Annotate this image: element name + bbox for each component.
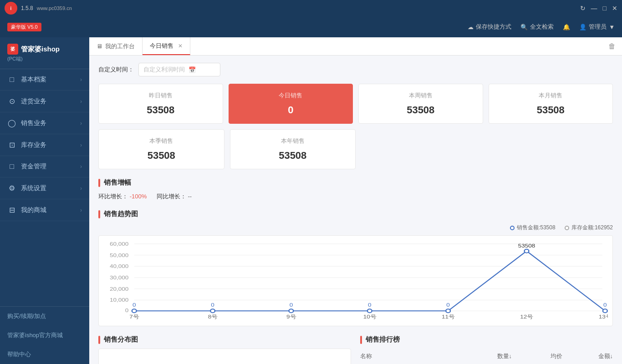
svg-text:30,000: 30,000 (110, 275, 129, 280)
tab-today-sales[interactable]: 今日销售 ✕ (143, 37, 190, 55)
growth-text: 环比增长： -100% 同比增长： -- (98, 192, 613, 201)
bottom-grid: 销售分布图 销售排行榜 名称 数量↓ 均价 金额↓ (98, 335, 613, 364)
tab-workspace[interactable]: 🖥 我的工作台 (89, 37, 143, 55)
cloud-icon: ☁ (468, 24, 474, 30)
calendar-icon: 📅 (189, 66, 196, 73)
stat-card-today[interactable]: 今日销售 0 (229, 84, 353, 124)
version-badge: 豪华版 V5.0 (7, 23, 41, 31)
user-icon: 👤 (579, 24, 586, 30)
close-button[interactable]: ✕ (612, 5, 617, 12)
main-layout: 婆 管家婆ishop (PC端) □ 基本档案 › ⊙ 进货业务 › ◯ 销售业… (0, 37, 622, 364)
stats-row2: 本季销售 53508 本年销售 53508 (98, 129, 613, 169)
legend-dot-blue (510, 226, 515, 230)
header-price: 均价 (512, 352, 562, 360)
content-area: 🖥 我的工作台 今日销售 ✕ 🗑 自定义时间： 自定义利润时间 📅 (89, 37, 622, 364)
svg-text:40,000: 40,000 (110, 264, 129, 269)
mom-value: -100% (130, 193, 147, 200)
sidebar-item-sales[interactable]: ◯ 销售业务 › (0, 112, 89, 134)
svg-text:0: 0 (211, 303, 214, 308)
import-icon: ⊙ (7, 97, 16, 106)
sidebar-item-inventory[interactable]: ⊡ 库存业务 › (0, 134, 89, 156)
chevron-right-icon: › (80, 76, 82, 83)
dist-chart-placeholder (98, 349, 351, 364)
sales-icon: ◯ (7, 119, 16, 127)
dist-title: 销售分布图 (98, 335, 351, 344)
header-name: 名称 (360, 352, 461, 360)
app-version: 1.5.8 (21, 5, 33, 11)
svg-point-17 (367, 309, 372, 313)
search-icon: 🔍 (520, 24, 528, 30)
monitor-icon: 🖥 (97, 43, 102, 50)
svg-text:10,000: 10,000 (110, 298, 129, 303)
svg-text:8号: 8号 (208, 314, 218, 319)
chart-section: 销售趋势图 销售金额:53508 库存金额:162952 60,00 (98, 210, 613, 326)
bell-icon: 🔔 (563, 24, 570, 30)
chevron-right-icon: › (80, 142, 82, 148)
custom-time-input[interactable]: 自定义利润时间 📅 (138, 63, 220, 76)
sidebar-item-finance[interactable]: □ 资金管理 › (0, 156, 89, 177)
minimize-button[interactable]: — (591, 5, 597, 12)
finance-icon: □ (7, 162, 16, 171)
yoy-value: -- (188, 193, 192, 200)
header-qty: 数量↓ (461, 352, 512, 360)
svg-text:9号: 9号 (286, 314, 296, 319)
basic-icon: □ (7, 76, 16, 84)
sidebar-help-button[interactable]: 帮助中心 (0, 345, 89, 364)
fulltext-search-button[interactable]: 🔍 全文检索 (520, 23, 554, 31)
svg-text:53508: 53508 (518, 243, 535, 248)
legend-dot-gray (565, 226, 569, 230)
svg-point-20 (603, 309, 607, 313)
notification-button[interactable]: 🔔 (563, 24, 570, 30)
section-bar-icon (98, 179, 100, 187)
app-logo: i (5, 2, 17, 15)
delete-tab-button[interactable]: 🗑 (602, 42, 622, 51)
sidebar-item-shop[interactable]: ⊟ 我的商城 › (0, 199, 89, 221)
sidebar-brand: 婆 管家婆ishop (PC端) (0, 37, 89, 69)
svg-text:60,000: 60,000 (110, 241, 129, 247)
user-menu[interactable]: 👤 管理员 ▼ (579, 23, 615, 31)
svg-point-14 (132, 309, 137, 313)
svg-text:0: 0 (125, 308, 129, 313)
svg-text:0: 0 (290, 303, 293, 308)
sidebar-item-import[interactable]: ⊙ 进货业务 › (0, 91, 89, 112)
svg-text:50,000: 50,000 (110, 253, 129, 258)
svg-text:0: 0 (133, 303, 136, 308)
inventory-icon: ⊡ (7, 141, 16, 149)
growth-title: 销售增幅 (98, 178, 613, 187)
chevron-down-icon: ▼ (609, 24, 615, 30)
legend-sales: 销售金额:53508 (510, 224, 556, 232)
page-content: 自定义时间： 自定义利润时间 📅 昨日销售 53508 今日销售 0 本周销售 (89, 56, 622, 364)
window-controls: ↻ — □ ✕ (580, 5, 617, 12)
svg-text:11号: 11号 (442, 314, 454, 319)
tab-bar: 🖥 我的工作台 今日销售 ✕ 🗑 (89, 37, 622, 56)
sidebar-item-settings[interactable]: ⚙ 系统设置 › (0, 177, 89, 199)
maximize-button[interactable]: □ (603, 5, 607, 12)
section-bar-icon (98, 336, 100, 344)
shop-icon: ⊟ (7, 206, 16, 214)
header-actions: ☁ 保存快捷方式 🔍 全文检索 🔔 👤 管理员 ▼ (468, 23, 615, 31)
trend-title: 销售趋势图 (98, 210, 613, 218)
app-url: www.pc0359.cn (37, 5, 72, 11)
refresh-button[interactable]: ↻ (580, 5, 586, 12)
chevron-right-icon: › (80, 207, 82, 213)
svg-point-19 (525, 249, 529, 253)
svg-text:13号: 13号 (599, 314, 608, 319)
sidebar-bottom: 购买/续期/加点 管家婆ishop官方商城 帮助中心 (0, 306, 89, 364)
trend-chart: 60,000 50,000 40,000 30,000 20,000 10,00… (98, 235, 613, 326)
sidebar-official-shop-button[interactable]: 管家婆ishop官方商城 (0, 326, 89, 345)
stat-card-yesterday[interactable]: 昨日销售 53508 (98, 84, 223, 124)
stat-card-month[interactable]: 本月销售 53508 (489, 84, 613, 124)
stat-card-season[interactable]: 本季销售 53508 (98, 129, 224, 169)
sidebar-item-basic[interactable]: □ 基本档案 › (0, 69, 89, 91)
sidebar: 婆 管家婆ishop (PC端) □ 基本档案 › ⊙ 进货业务 › ◯ 销售业… (0, 37, 89, 364)
header-amount: 金额↓ (562, 352, 613, 360)
stat-card-week[interactable]: 本周销售 53508 (358, 84, 483, 124)
svg-text:12号: 12号 (520, 314, 533, 319)
stat-card-year[interactable]: 本年销售 53508 (230, 129, 356, 169)
tab-close-button[interactable]: ✕ (178, 43, 183, 49)
chevron-right-icon: › (80, 185, 82, 192)
save-shortcut-button[interactable]: ☁ 保存快捷方式 (468, 23, 511, 31)
header-bar: 豪华版 V5.0 ☁ 保存快捷方式 🔍 全文检索 🔔 👤 管理员 ▼ (0, 16, 622, 37)
sidebar-purchase-button[interactable]: 购买/续期/加点 (0, 307, 89, 326)
settings-icon: ⚙ (7, 184, 16, 192)
